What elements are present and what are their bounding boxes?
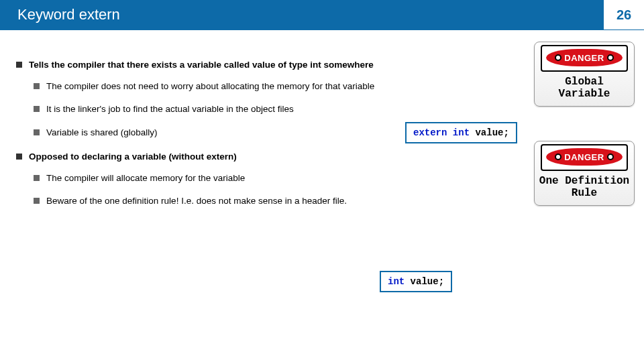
danger-label-line2: Rule: [572, 187, 597, 199]
bullet-text: Opposed to declaring a variable (without…: [29, 151, 237, 163]
warning-dot-icon: [555, 54, 561, 61]
code-plain-declaration: int value;: [380, 271, 452, 292]
bullet-text: The compiler will allocate memory for th…: [46, 172, 245, 184]
content-area: Tells the compiler that there exists a v…: [16, 59, 392, 219]
code-keyword-int: int: [388, 276, 405, 287]
bullet-text: Tells the compiler that there exists a v…: [29, 59, 374, 71]
code-keyword-int-text: int: [453, 127, 470, 138]
divider: [0, 29, 644, 30]
bullet-marker-icon: [34, 129, 40, 135]
danger-label: Global Variable: [535, 73, 634, 106]
warning-dot-icon: [607, 54, 614, 61]
bullet-text: Beware of the one definition rule! I.e. …: [46, 195, 347, 207]
danger-word: DANGER: [564, 152, 604, 162]
danger-label-line1: Global: [565, 76, 604, 88]
danger-sign-icon: DANGER: [541, 45, 628, 72]
danger-label-line1: One Definition: [539, 175, 629, 187]
bullet-sub-5: Beware of the one definition rule! I.e. …: [34, 195, 392, 207]
danger-word: DANGER: [564, 53, 604, 63]
danger-label: One Definition Rule: [535, 172, 634, 205]
warning-dot-icon: [555, 154, 561, 160]
danger-card-odr: DANGER One Definition Rule: [534, 141, 635, 206]
bullet-marker-icon: [34, 198, 40, 204]
bullet-marker-icon: [16, 154, 22, 160]
code-identifier: value;: [470, 127, 509, 138]
danger-label-line2: Variable: [559, 88, 610, 100]
slide-number: 26: [604, 0, 644, 29]
bullet-sub-3: Variable is shared (globally): [34, 127, 392, 139]
bullet-top-2: Opposed to declaring a variable (without…: [16, 151, 392, 163]
bullet-marker-icon: [16, 62, 22, 68]
danger-card-global-variable: DANGER Global Variable: [534, 42, 635, 107]
bullet-sub-4: The compiler will allocate memory for th…: [34, 172, 392, 184]
code-keyword-extern: extern: [413, 127, 447, 138]
bullet-sub-1: The compiler does not need to worry abou…: [34, 80, 392, 93]
danger-sign-icon: DANGER: [541, 144, 628, 171]
bullet-marker-icon: [34, 83, 40, 89]
code-identifier: value;: [405, 276, 444, 287]
bullet-top-1: Tells the compiler that there exists a v…: [16, 59, 392, 71]
warning-dot-icon: [607, 154, 614, 160]
bullet-text: The compiler does not need to worry abou…: [46, 80, 374, 93]
bullet-text: It is the linker's job to find the actua…: [46, 103, 294, 115]
slide-header: Keyword extern 26: [0, 0, 644, 29]
slide-title: Keyword extern: [0, 0, 604, 29]
bullet-marker-icon: [34, 175, 40, 181]
bullet-marker-icon: [34, 106, 40, 112]
bullet-text: Variable is shared (globally): [46, 127, 158, 139]
code-extern-declaration: extern int value;: [405, 122, 517, 143]
bullet-sub-2: It is the linker's job to find the actua…: [34, 103, 392, 115]
